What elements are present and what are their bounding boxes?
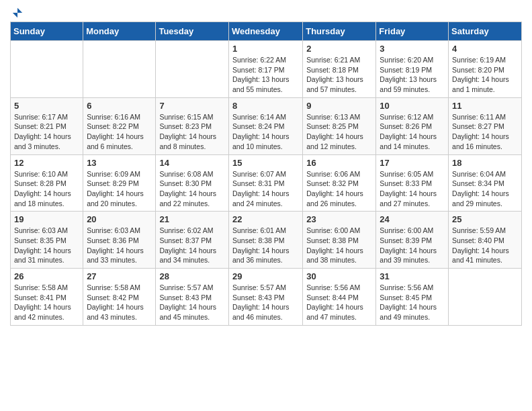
day-number: 8 bbox=[232, 101, 299, 111]
calendar-week-row: 1Sunrise: 6:22 AMSunset: 8:17 PMDaylight… bbox=[11, 41, 522, 98]
day-number: 29 bbox=[232, 271, 299, 281]
day-number: 2 bbox=[306, 44, 372, 54]
day-sun-info: Sunrise: 6:10 AMSunset: 8:28 PMDaylight:… bbox=[14, 169, 79, 209]
day-number: 25 bbox=[452, 214, 518, 224]
calendar-day-cell: 4Sunrise: 6:19 AMSunset: 8:20 PMDaylight… bbox=[449, 41, 522, 98]
calendar-week-row: 19Sunrise: 6:03 AMSunset: 8:35 PMDayligh… bbox=[11, 212, 522, 269]
calendar-week-row: 5Sunrise: 6:17 AMSunset: 8:21 PMDaylight… bbox=[11, 97, 522, 154]
calendar-day-cell bbox=[83, 41, 156, 98]
day-sun-info: Sunrise: 6:22 AMSunset: 8:17 PMDaylight:… bbox=[232, 55, 299, 95]
calendar-day-cell: 29Sunrise: 5:57 AMSunset: 8:43 PMDayligh… bbox=[228, 269, 302, 326]
calendar-day-cell: 10Sunrise: 6:12 AMSunset: 8:26 PMDayligh… bbox=[376, 97, 449, 154]
day-sun-info: Sunrise: 6:15 AMSunset: 8:23 PMDaylight:… bbox=[159, 112, 225, 152]
day-number: 20 bbox=[87, 214, 152, 224]
calendar-day-cell: 18Sunrise: 6:04 AMSunset: 8:34 PMDayligh… bbox=[449, 154, 522, 212]
calendar-day-cell: 25Sunrise: 5:59 AMSunset: 8:40 PMDayligh… bbox=[449, 212, 522, 269]
day-number: 13 bbox=[87, 158, 152, 168]
calendar-day-cell: 15Sunrise: 6:07 AMSunset: 8:31 PMDayligh… bbox=[228, 154, 302, 212]
day-sun-info: Sunrise: 5:56 AMSunset: 8:45 PMDaylight:… bbox=[380, 283, 445, 322]
day-sun-info: Sunrise: 6:16 AMSunset: 8:22 PMDaylight:… bbox=[87, 112, 152, 152]
calendar-day-cell: 27Sunrise: 5:58 AMSunset: 8:42 PMDayligh… bbox=[83, 269, 156, 326]
day-sun-info: Sunrise: 5:57 AMSunset: 8:43 PMDaylight:… bbox=[232, 283, 299, 322]
day-number: 21 bbox=[159, 214, 225, 224]
day-sun-info: Sunrise: 6:20 AMSunset: 8:19 PMDaylight:… bbox=[380, 55, 445, 95]
weekday-header: Thursday bbox=[303, 22, 376, 41]
calendar-day-cell: 1Sunrise: 6:22 AMSunset: 8:17 PMDaylight… bbox=[228, 41, 302, 98]
calendar-day-cell: 12Sunrise: 6:10 AMSunset: 8:28 PMDayligh… bbox=[11, 154, 83, 212]
day-number: 14 bbox=[159, 158, 225, 168]
day-number: 16 bbox=[306, 158, 372, 168]
calendar-day-cell: 8Sunrise: 6:14 AMSunset: 8:24 PMDaylight… bbox=[228, 97, 302, 154]
day-sun-info: Sunrise: 6:01 AMSunset: 8:38 PMDaylight:… bbox=[232, 226, 299, 265]
day-number: 19 bbox=[14, 214, 79, 224]
day-number: 15 bbox=[232, 158, 299, 168]
calendar-day-cell: 20Sunrise: 6:03 AMSunset: 8:36 PMDayligh… bbox=[83, 212, 156, 269]
calendar-day-cell: 5Sunrise: 6:17 AMSunset: 8:21 PMDaylight… bbox=[11, 97, 83, 154]
calendar-table: SundayMondayTuesdayWednesdayThursdayFrid… bbox=[10, 21, 522, 326]
calendar-day-cell: 17Sunrise: 6:05 AMSunset: 8:33 PMDayligh… bbox=[376, 154, 449, 212]
day-number: 1 bbox=[232, 44, 299, 54]
day-number: 23 bbox=[306, 214, 372, 224]
day-number: 27 bbox=[87, 271, 152, 281]
day-number: 22 bbox=[232, 214, 299, 224]
day-sun-info: Sunrise: 6:11 AMSunset: 8:27 PMDaylight:… bbox=[452, 112, 518, 152]
weekday-header: Friday bbox=[376, 22, 449, 41]
day-sun-info: Sunrise: 6:02 AMSunset: 8:37 PMDaylight:… bbox=[159, 226, 225, 265]
weekday-header: Tuesday bbox=[156, 22, 229, 41]
weekday-header: Wednesday bbox=[228, 22, 302, 41]
svg-marker-1 bbox=[13, 13, 17, 17]
day-sun-info: Sunrise: 6:03 AMSunset: 8:36 PMDaylight:… bbox=[87, 226, 152, 265]
calendar-day-cell: 22Sunrise: 6:01 AMSunset: 8:38 PMDayligh… bbox=[228, 212, 302, 269]
day-sun-info: Sunrise: 5:56 AMSunset: 8:44 PMDaylight:… bbox=[306, 283, 372, 322]
day-sun-info: Sunrise: 6:14 AMSunset: 8:24 PMDaylight:… bbox=[232, 112, 299, 152]
day-sun-info: Sunrise: 6:08 AMSunset: 8:30 PMDaylight:… bbox=[159, 169, 225, 209]
day-number: 18 bbox=[452, 158, 518, 168]
calendar-day-cell: 28Sunrise: 5:57 AMSunset: 8:43 PMDayligh… bbox=[156, 269, 229, 326]
calendar-day-cell: 2Sunrise: 6:21 AMSunset: 8:18 PMDaylight… bbox=[303, 41, 376, 98]
day-number: 31 bbox=[380, 271, 445, 281]
weekday-header: Sunday bbox=[11, 22, 83, 41]
day-number: 12 bbox=[14, 158, 79, 168]
day-sun-info: Sunrise: 6:13 AMSunset: 8:25 PMDaylight:… bbox=[306, 112, 372, 152]
day-number: 24 bbox=[380, 214, 445, 224]
day-sun-info: Sunrise: 5:57 AMSunset: 8:43 PMDaylight:… bbox=[159, 283, 225, 322]
day-number: 10 bbox=[380, 101, 445, 111]
day-sun-info: Sunrise: 6:09 AMSunset: 8:29 PMDaylight:… bbox=[87, 169, 152, 209]
day-sun-info: Sunrise: 6:00 AMSunset: 8:39 PMDaylight:… bbox=[380, 226, 445, 265]
calendar-day-cell bbox=[449, 269, 522, 326]
weekday-header: Monday bbox=[83, 22, 156, 41]
day-sun-info: Sunrise: 6:12 AMSunset: 8:26 PMDaylight:… bbox=[380, 112, 445, 152]
logo bbox=[10, 7, 24, 16]
calendar-day-cell: 11Sunrise: 6:11 AMSunset: 8:27 PMDayligh… bbox=[449, 97, 522, 154]
day-number: 28 bbox=[159, 271, 225, 281]
calendar-day-cell: 3Sunrise: 6:20 AMSunset: 8:19 PMDaylight… bbox=[376, 41, 449, 98]
svg-marker-0 bbox=[17, 8, 22, 13]
calendar-day-cell: 26Sunrise: 5:58 AMSunset: 8:41 PMDayligh… bbox=[11, 269, 83, 326]
day-sun-info: Sunrise: 6:17 AMSunset: 8:21 PMDaylight:… bbox=[14, 112, 79, 152]
day-sun-info: Sunrise: 5:59 AMSunset: 8:40 PMDaylight:… bbox=[452, 226, 518, 265]
day-number: 6 bbox=[87, 101, 152, 111]
day-number: 4 bbox=[452, 44, 518, 54]
day-sun-info: Sunrise: 5:58 AMSunset: 8:42 PMDaylight:… bbox=[87, 283, 152, 322]
day-number: 9 bbox=[306, 101, 372, 111]
calendar-day-cell: 16Sunrise: 6:06 AMSunset: 8:32 PMDayligh… bbox=[303, 154, 376, 212]
calendar-day-cell: 24Sunrise: 6:00 AMSunset: 8:39 PMDayligh… bbox=[376, 212, 449, 269]
calendar-day-cell: 7Sunrise: 6:15 AMSunset: 8:23 PMDaylight… bbox=[156, 97, 229, 154]
day-sun-info: Sunrise: 6:04 AMSunset: 8:34 PMDaylight:… bbox=[452, 169, 518, 209]
calendar-week-row: 26Sunrise: 5:58 AMSunset: 8:41 PMDayligh… bbox=[11, 269, 522, 326]
day-sun-info: Sunrise: 6:21 AMSunset: 8:18 PMDaylight:… bbox=[306, 55, 372, 95]
logo-flag-icon bbox=[11, 7, 24, 19]
calendar-day-cell: 6Sunrise: 6:16 AMSunset: 8:22 PMDaylight… bbox=[83, 97, 156, 154]
day-number: 3 bbox=[380, 44, 445, 54]
calendar-day-cell: 14Sunrise: 6:08 AMSunset: 8:30 PMDayligh… bbox=[156, 154, 229, 212]
day-sun-info: Sunrise: 5:58 AMSunset: 8:41 PMDaylight:… bbox=[14, 283, 79, 322]
calendar-day-cell bbox=[11, 41, 83, 98]
calendar-day-cell bbox=[156, 41, 229, 98]
header bbox=[10, 7, 522, 16]
day-number: 26 bbox=[14, 271, 79, 281]
weekday-header-row: SundayMondayTuesdayWednesdayThursdayFrid… bbox=[11, 22, 522, 41]
day-number: 7 bbox=[159, 101, 225, 111]
weekday-header: Saturday bbox=[449, 22, 522, 41]
calendar-day-cell: 21Sunrise: 6:02 AMSunset: 8:37 PMDayligh… bbox=[156, 212, 229, 269]
day-sun-info: Sunrise: 6:05 AMSunset: 8:33 PMDaylight:… bbox=[380, 169, 445, 209]
